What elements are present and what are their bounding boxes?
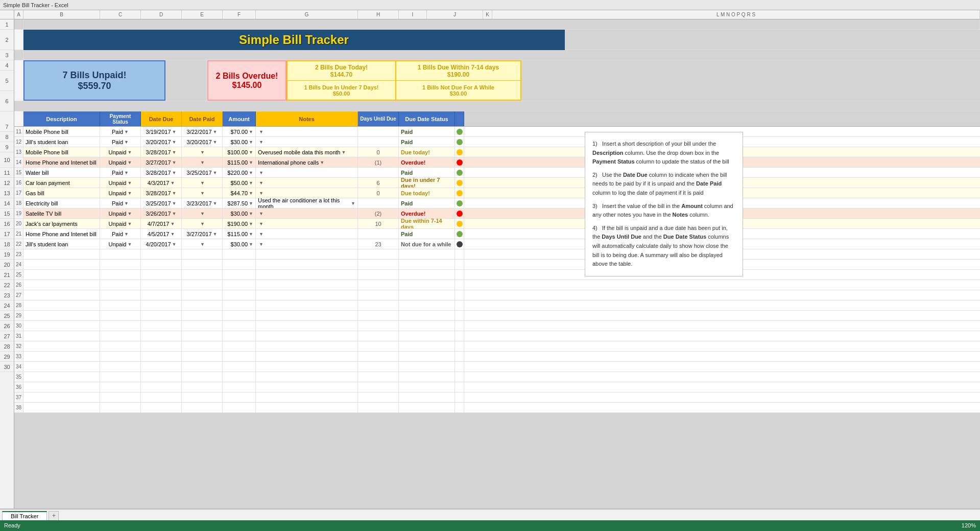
status-text: Ready	[4, 522, 20, 528]
table-row: 22 Jill's student loan Unpaid ▼ 4/20/201…	[14, 239, 980, 249]
table-row: 17 Gas bill Unpaid ▼ 3/28/2017 ▼ ▼ $44.7…	[14, 188, 980, 198]
instruction-4: 4) If the bill is unpaid and a due date …	[592, 224, 735, 269]
header-payment-status: Payment Status	[100, 111, 141, 126]
table-row: 12 Jill's student loan Paid ▼ 3/20/2017 …	[14, 137, 980, 147]
table-row: 21 Home Phone and Intenet bill Paid ▼ 4/…	[14, 229, 980, 239]
empty-row: 31	[14, 331, 980, 341]
col-header-F: F	[223, 10, 256, 19]
empty-row: 32	[14, 341, 980, 352]
instruction-2: 2) Use the Date Due column to indicate w…	[592, 171, 735, 198]
col-header-A: A	[14, 10, 23, 19]
table-row: 15 Water bill Paid ▼ 3/28/2017 ▼ 3/25/20…	[14, 168, 980, 178]
row-headers: 1 2 3 4 5 6 7 8 9 10 11 12 13 14 15 16	[0, 19, 14, 509]
col-header-H: H	[358, 10, 399, 19]
spreadsheet-title: Simple Bill Tracker	[23, 30, 565, 50]
table-row: 11 Mobile Phone bill Paid ▼ 3/19/2017 ▼ …	[14, 127, 980, 137]
col-header-rest: L M N O P Q R S	[492, 10, 980, 19]
table-header-row: Description Payment Status Date Due Date…	[14, 111, 980, 127]
unpaid-summary-box: 7 Bills Unpaid! $559.70	[23, 60, 165, 101]
col-header-J: J	[427, 10, 483, 19]
empty-row: 36	[14, 382, 980, 393]
empty-row: 29	[14, 311, 980, 321]
zoom-level: 120%	[962, 522, 976, 528]
instruction-3: 3) Insert the value of the bill in the A…	[592, 202, 735, 220]
table-row: 14 Home Phone and Intenet bill Unpaid ▼ …	[14, 157, 980, 168]
summary-row: 7 Bills Unpaid! $559.70 2 Bills Overdue!…	[14, 60, 980, 101]
header-due-date-status: Due Date Status	[399, 111, 455, 126]
header-amount: Amount	[223, 111, 256, 126]
instructions-box: 1) Insert a short description of your bi…	[585, 132, 743, 276]
empty-row: 27	[14, 290, 980, 301]
col-header-D: D	[141, 10, 182, 19]
empty-row: 30	[14, 321, 980, 331]
table-row: 19 Satelite TV bill Unpaid ▼ 3/26/2017 ▼…	[14, 209, 980, 219]
empty-row: 25	[14, 270, 980, 280]
empty-row: 28	[14, 301, 980, 311]
row-9	[14, 101, 980, 111]
table-row: 13 Mobile Phone bill Unpaid ▼ 3/28/2017 …	[14, 147, 980, 157]
empty-row: 26	[14, 280, 980, 290]
instruction-1: 1) Insert a short description of your bi…	[592, 140, 735, 167]
empty-row: 24	[14, 260, 980, 270]
empty-row: 33	[14, 352, 980, 362]
table-row: 18 Electricity bill Paid ▼ 3/25/2017 ▼ 3…	[14, 198, 980, 209]
header-description: Description	[23, 111, 100, 126]
sheet-tab-bill-tracker[interactable]: Bill Tracker	[2, 511, 47, 520]
col-header-B: B	[23, 10, 100, 19]
empty-row: 23	[14, 249, 980, 260]
table-row: 20 Jack's car lpayments Unpaid ▼ 4/7/201…	[14, 219, 980, 229]
title-row: Simple Bill Tracker	[14, 30, 980, 50]
row-4	[14, 50, 980, 60]
col-header-C: C	[100, 10, 141, 19]
status-bar: Ready 120%	[0, 520, 980, 531]
table-row: 16 Car loan payment Unpaid ▼ 4/3/2017 ▼ …	[14, 178, 980, 188]
empty-row: 34	[14, 362, 980, 372]
header-date-due: Date Due	[141, 111, 182, 126]
empty-row: 38	[14, 403, 980, 413]
due-within-box: 1 Bills Due Within 7-14 days $190.00 1 B…	[396, 60, 521, 101]
add-sheet-button[interactable]: +	[49, 511, 59, 520]
col-header-G: G	[256, 10, 358, 19]
top-bar: Simple Bill Tracker - Excel	[0, 0, 980, 10]
header-notes: Notes	[256, 111, 358, 126]
empty-row: 37	[14, 393, 980, 403]
row-1	[14, 19, 980, 30]
empty-row: 35	[14, 372, 980, 382]
col-header-I: I	[399, 10, 427, 19]
app-title: Simple Bill Tracker - Excel	[3, 2, 68, 8]
due-today-box: 2 Bills Due Today! $144.70 1 Bills Due I…	[286, 60, 396, 101]
col-header-E: E	[182, 10, 223, 19]
col-header-K: K	[483, 10, 492, 19]
overdue-summary-box: 2 Bills Overdue! $145.00	[207, 60, 286, 101]
header-date-paid: Date Paid	[182, 111, 223, 126]
header-days-until-due: Days Until Due	[358, 111, 399, 126]
